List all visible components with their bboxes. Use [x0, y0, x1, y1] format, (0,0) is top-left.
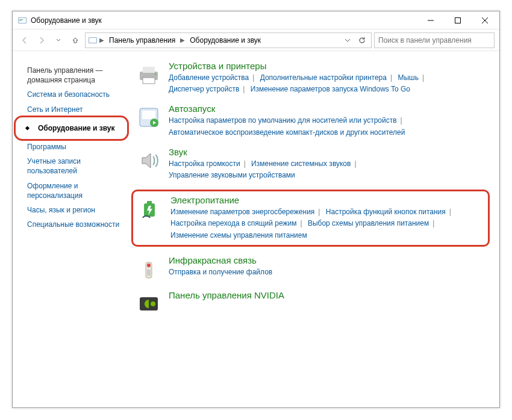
breadcrumb-icon	[88, 36, 98, 45]
svg-rect-4	[455, 17, 460, 23]
sidebar-item-home[interactable]: Панель управления — домашняя страница	[23, 63, 124, 87]
link[interactable]: Управление звуковыми устройствами	[169, 171, 295, 179]
category-links: Добавление устройства| Дополнительные на…	[169, 72, 490, 95]
nvidia-icon	[136, 291, 161, 317]
category-links: Изменение параметров энергосбережения| Н…	[170, 206, 483, 241]
svg-rect-9	[143, 78, 155, 84]
category-title[interactable]: Автозапуск	[169, 103, 490, 114]
search-input[interactable]	[378, 36, 490, 45]
sidebar-item-hardware[interactable]: Оборудование и звук	[23, 118, 124, 138]
svg-point-10	[155, 73, 157, 75]
link[interactable]: Изменение параметров запуска Windows To …	[251, 85, 410, 93]
link[interactable]: Диспетчер устройств	[169, 85, 239, 93]
category-links: Настройка параметров по умолчанию для но…	[169, 115, 490, 138]
category-power: Электропитание Изменение параметров энер…	[131, 190, 490, 247]
category-title[interactable]: Инфракрасная связь	[169, 255, 490, 265]
sidebar-item-hardware-label: Оборудование и звук	[27, 120, 124, 136]
nav-recent-dropdown[interactable]	[51, 33, 66, 48]
category-title[interactable]: Устройства и принтеры	[169, 61, 490, 71]
maximize-button[interactable]	[444, 12, 471, 29]
link[interactable]: Изменение системных звуков	[251, 159, 351, 168]
svg-rect-2	[19, 19, 23, 20]
link[interactable]: Изменение схемы управления питанием	[170, 231, 307, 239]
breadcrumb-current[interactable]: Оборудование и звук	[187, 35, 264, 46]
address-dropdown-button[interactable]	[341, 34, 354, 47]
address-bar: ▶ Панель управления ▶ Оборудование и зву…	[13, 29, 499, 51]
category-title[interactable]: Звук	[169, 147, 490, 157]
link[interactable]: Настройка функций кнопок питания	[326, 208, 446, 216]
svg-point-17	[147, 264, 151, 267]
refresh-button[interactable]	[355, 34, 369, 47]
breadcrumb-root[interactable]: Панель управления	[106, 35, 178, 46]
sidebar-item-system[interactable]: Система и безопасность	[23, 87, 124, 102]
sidebar-item-programs[interactable]: Программы	[23, 140, 124, 154]
svg-rect-15	[147, 201, 152, 204]
category-devices: Устройства и принтеры Добавление устройс…	[136, 61, 490, 95]
body: Панель управления — домашняя страница Си…	[13, 51, 499, 407]
sidebar-item-appearance[interactable]: Оформление и персонализация	[23, 179, 124, 203]
svg-rect-8	[143, 67, 155, 73]
link[interactable]: Отправка и получение файлов	[169, 268, 272, 276]
printer-icon	[136, 62, 161, 87]
window-icon	[17, 16, 27, 25]
category-infrared: Инфракрасная связь Отправка и получение …	[136, 255, 490, 282]
speaker-icon	[136, 148, 161, 173]
category-autoplay: Автозапуск Настройка параметров по умолч…	[136, 103, 490, 138]
category-title[interactable]: Панель управления NVIDIA	[169, 290, 490, 300]
link[interactable]: Настройка параметров по умолчанию для но…	[169, 116, 397, 125]
sidebar-item-ease[interactable]: Специальные возможности	[23, 217, 124, 232]
nav-up-button[interactable]	[68, 33, 83, 48]
sidebar-item-clock[interactable]: Часы, язык и регион	[23, 203, 124, 217]
chevron-right-icon[interactable]: ▶	[180, 37, 186, 43]
autoplay-icon	[136, 105, 161, 130]
svg-rect-6	[89, 38, 96, 43]
battery-icon	[138, 196, 163, 221]
link[interactable]: Добавление устройства	[169, 73, 249, 82]
chevron-right-icon[interactable]: ▶	[99, 37, 105, 43]
sidebar-item-network[interactable]: Сеть и Интернет	[23, 102, 124, 117]
control-panel-window: Оборудование и звук ▶ Пан	[12, 11, 500, 408]
sidebar: Панель управления — домашняя страница Си…	[13, 51, 130, 407]
link[interactable]: Выбор схемы управления питанием	[308, 219, 429, 227]
category-nvidia: Панель управления NVIDIA	[136, 290, 490, 317]
category-sound: Звук Настройка громкости| Изменение сист…	[136, 147, 490, 181]
nav-forward-button[interactable]	[34, 33, 49, 48]
search-box[interactable]	[374, 32, 495, 48]
infrared-icon	[136, 256, 161, 282]
svg-rect-12	[142, 111, 155, 119]
link[interactable]: Дополнительные настройки принтера	[260, 73, 387, 82]
link[interactable]: Настройка перехода в спящий режим	[170, 219, 296, 227]
link[interactable]: Мышь	[398, 73, 419, 82]
minimize-button[interactable]	[417, 12, 444, 29]
category-links: Настройка громкости| Изменение системных…	[169, 158, 490, 181]
svg-point-20	[151, 301, 155, 306]
titlebar: Оборудование и звук	[13, 11, 499, 29]
sidebar-item-accounts[interactable]: Учетные записи пользователей	[23, 154, 124, 178]
category-title[interactable]: Электропитание	[170, 195, 483, 205]
close-button[interactable]	[471, 12, 498, 29]
content-area: Устройства и принтеры Добавление устройс…	[130, 51, 499, 407]
breadcrumb[interactable]: ▶ Панель управления ▶ Оборудование и зву…	[85, 32, 372, 48]
link[interactable]: Настройка громкости	[169, 159, 240, 168]
nav-back-button[interactable]	[17, 33, 32, 48]
category-links: Отправка и получение файлов	[169, 267, 490, 278]
svg-rect-18	[147, 270, 151, 276]
window-title: Оборудование и звук	[31, 16, 102, 25]
svg-rect-3	[19, 20, 22, 21]
link[interactable]: Изменение параметров энергосбережения	[170, 208, 314, 216]
link[interactable]: Автоматическое воспроизведение компакт-д…	[169, 128, 405, 137]
